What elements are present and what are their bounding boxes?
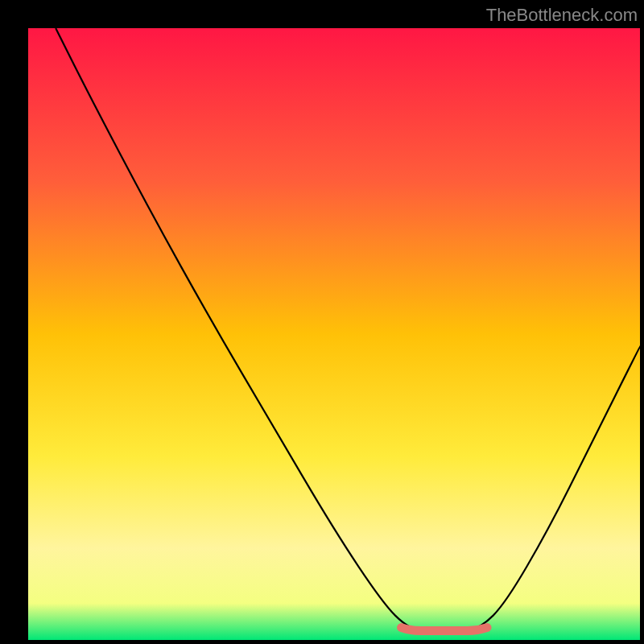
highlight-segment xyxy=(402,628,487,631)
chart-container: { "watermark": "TheBottleneck.com", "cha… xyxy=(0,0,644,644)
chart-svg xyxy=(0,0,644,644)
plot-background xyxy=(28,28,640,640)
watermark-text: TheBottleneck.com xyxy=(486,5,638,26)
